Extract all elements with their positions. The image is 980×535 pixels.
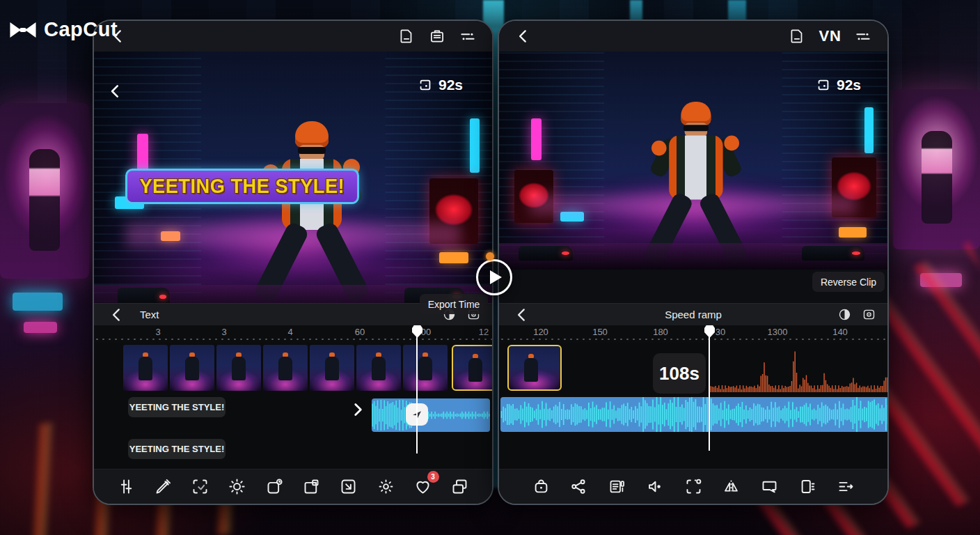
timeline-ruler: 120 150 180 30 1300 140 xyxy=(499,325,887,343)
selected-clip-thumbnail[interactable] xyxy=(507,345,562,391)
ruler-ticks xyxy=(94,338,492,341)
capcut-top-bar xyxy=(94,21,492,52)
neon-sign xyxy=(439,252,468,263)
duration-chip: 92s xyxy=(418,77,463,93)
expand-track-icon[interactable] xyxy=(349,401,367,419)
vn-app-label: VN xyxy=(819,27,841,45)
clip-thumbnail[interactable] xyxy=(263,345,308,391)
export-time-button[interactable]: Export Time xyxy=(420,294,488,314)
audio-waveform xyxy=(372,398,490,432)
speed-duration-label: 108s xyxy=(653,353,706,394)
neon-sign xyxy=(531,118,542,160)
brand-name: CapCut xyxy=(44,18,118,41)
comment-icon[interactable] xyxy=(759,476,781,498)
timer-icon[interactable] xyxy=(263,476,285,498)
playhead[interactable] xyxy=(417,325,422,338)
frame-select-icon[interactable] xyxy=(682,476,704,498)
timeline-ruler: 3 3 4 60 00 12 xyxy=(94,325,492,343)
playhead[interactable] xyxy=(709,325,715,338)
brightness-icon[interactable] xyxy=(226,476,248,498)
neon-sign xyxy=(13,293,63,311)
crop-select-icon[interactable] xyxy=(189,476,212,498)
edit-pen-icon[interactable] xyxy=(152,476,174,498)
playhead-line xyxy=(709,331,710,451)
text-clip[interactable]: YEETING THE STYLE! xyxy=(128,439,226,459)
duration-label: 92s xyxy=(438,77,463,93)
export-draft-icon[interactable] xyxy=(788,27,806,45)
contrast-icon[interactable] xyxy=(837,307,852,322)
duration-chip: 92s xyxy=(816,77,861,93)
ruler-label: 60 xyxy=(355,327,365,337)
play-button[interactable] xyxy=(476,259,512,295)
playhead-line xyxy=(416,331,418,453)
split-adjust-icon[interactable] xyxy=(459,27,477,45)
left-billboard xyxy=(0,103,89,279)
ruler-label: 120 xyxy=(533,327,548,337)
ruler-label: 3 xyxy=(155,327,160,337)
play-overlay xyxy=(476,259,512,295)
neon-sign xyxy=(864,107,874,153)
track-arrange-icon[interactable] xyxy=(835,476,857,498)
caption-banner[interactable]: YEETING THE STYLE! xyxy=(125,169,359,204)
project-box-icon[interactable] xyxy=(428,27,446,45)
track-area: 108s xyxy=(499,343,887,469)
brand: CapCut xyxy=(8,18,118,41)
volume-icon[interactable] xyxy=(644,476,666,498)
neon-sign xyxy=(839,227,867,238)
captions-icon[interactable] xyxy=(606,476,629,498)
ruler-label: 180 xyxy=(653,327,668,337)
layers-icon[interactable] xyxy=(449,476,471,498)
favorites-heart-icon[interactable]: 3 xyxy=(412,476,434,498)
ruler-label: 140 xyxy=(832,327,848,337)
screen: CapCut xyxy=(0,0,980,535)
adjust-sliders-icon[interactable] xyxy=(115,476,137,498)
clip-thumbnail[interactable] xyxy=(216,345,261,391)
preview-back-icon[interactable] xyxy=(106,82,125,100)
panel-back-icon[interactable] xyxy=(108,306,126,324)
neon-sign xyxy=(470,118,480,173)
audio-clip[interactable] xyxy=(372,398,490,432)
clip-thumbnail[interactable] xyxy=(356,345,401,391)
split-adjust-icon[interactable] xyxy=(854,27,872,45)
vn-preview[interactable]: 92s xyxy=(499,52,887,270)
filter-box-icon[interactable] xyxy=(338,476,360,498)
overlay-icon[interactable] xyxy=(301,476,323,498)
mirror-flip-icon[interactable] xyxy=(720,476,743,498)
heart-badge: 3 xyxy=(427,471,439,483)
export-draft-icon[interactable] xyxy=(397,27,416,45)
audio-track[interactable] xyxy=(500,397,889,432)
glow-icon[interactable] xyxy=(374,476,397,498)
duration-icon xyxy=(418,77,433,93)
storyboard-icon[interactable] xyxy=(796,476,819,498)
snapshot-icon[interactable] xyxy=(862,307,876,322)
reverse-clip-button[interactable]: Reverse Clip xyxy=(812,272,885,292)
ruler-label: 1300 xyxy=(768,327,788,337)
caption-banner-text: YEETING THE STYLE! xyxy=(140,175,345,198)
play-icon xyxy=(490,270,502,284)
speed-waveform xyxy=(710,349,888,392)
selected-clip-thumbnail[interactable] xyxy=(452,345,493,391)
capcut-preview[interactable]: 92s YEETING THE STYLE! Export Time xyxy=(94,52,492,317)
clip-thumbnail[interactable] xyxy=(403,345,448,391)
lock-bag-icon[interactable] xyxy=(530,476,552,498)
duration-icon xyxy=(816,77,831,93)
duration-label: 92s xyxy=(837,77,861,93)
car xyxy=(802,246,864,261)
clip-thumbnail[interactable] xyxy=(123,345,168,391)
capcut-phone: 92s YEETING THE STYLE! Export Time Text xyxy=(93,20,493,505)
clip-thumbnail[interactable] xyxy=(310,345,354,391)
right-billboard xyxy=(893,89,980,249)
share-icon[interactable] xyxy=(568,476,590,498)
vn-toolbar xyxy=(499,469,887,504)
ruler-label: 12 xyxy=(479,327,489,337)
text-clip[interactable]: YEETING THE STYLE! xyxy=(128,397,226,417)
clip-thumbnail[interactable] xyxy=(170,345,214,391)
neon-sign xyxy=(24,322,57,333)
ruler-label: 150 xyxy=(592,327,608,337)
capcut-logo-icon xyxy=(8,19,38,41)
back-icon[interactable] xyxy=(514,27,532,45)
notification-dot xyxy=(486,252,494,261)
buildings-left xyxy=(499,52,604,270)
capcut-toolbar: 3 xyxy=(94,469,492,504)
ruler-ticks xyxy=(499,338,887,341)
